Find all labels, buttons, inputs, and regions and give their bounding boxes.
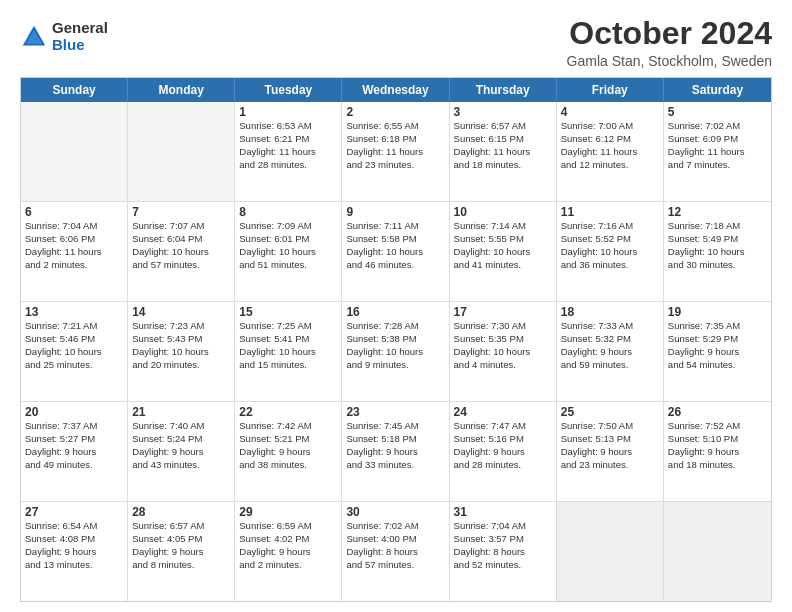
cell-info-line: and 4 minutes. <box>454 359 552 372</box>
cell-info-line: and 20 minutes. <box>132 359 230 372</box>
day-number: 6 <box>25 205 123 219</box>
title-block: October 2024 Gamla Stan, Stockholm, Swed… <box>567 16 772 69</box>
cell-info-line: Sunset: 5:27 PM <box>25 433 123 446</box>
calendar-cell: 14Sunrise: 7:23 AMSunset: 5:43 PMDayligh… <box>128 302 235 401</box>
cell-info-line: Daylight: 11 hours <box>239 146 337 159</box>
cell-info-line: Sunset: 5:41 PM <box>239 333 337 346</box>
cell-info-line: Sunset: 5:32 PM <box>561 333 659 346</box>
day-number: 19 <box>668 305 767 319</box>
header-day: Saturday <box>664 78 771 102</box>
cell-info-line: Sunset: 5:43 PM <box>132 333 230 346</box>
calendar-cell: 28Sunrise: 6:57 AMSunset: 4:05 PMDayligh… <box>128 502 235 601</box>
calendar-cell: 27Sunrise: 6:54 AMSunset: 4:08 PMDayligh… <box>21 502 128 601</box>
cell-info-line: Sunrise: 6:53 AM <box>239 120 337 133</box>
cell-info-line: Sunrise: 7:23 AM <box>132 320 230 333</box>
cell-info-line: and 54 minutes. <box>668 359 767 372</box>
cell-info-line: and 23 minutes. <box>346 159 444 172</box>
cell-info-line: Daylight: 8 hours <box>454 546 552 559</box>
cell-info-line: Daylight: 10 hours <box>25 346 123 359</box>
cell-info-line: Sunset: 5:10 PM <box>668 433 767 446</box>
day-number: 8 <box>239 205 337 219</box>
calendar-cell: 23Sunrise: 7:45 AMSunset: 5:18 PMDayligh… <box>342 402 449 501</box>
logo-blue: Blue <box>52 37 108 54</box>
calendar-cell: 20Sunrise: 7:37 AMSunset: 5:27 PMDayligh… <box>21 402 128 501</box>
cell-info-line: Sunset: 5:24 PM <box>132 433 230 446</box>
day-number: 23 <box>346 405 444 419</box>
cell-info-line: Daylight: 10 hours <box>346 346 444 359</box>
calendar-row: 27Sunrise: 6:54 AMSunset: 4:08 PMDayligh… <box>21 501 771 601</box>
cell-info-line: Sunset: 5:18 PM <box>346 433 444 446</box>
cell-info-line: and 12 minutes. <box>561 159 659 172</box>
cell-info-line: and 57 minutes. <box>346 559 444 572</box>
cell-info-line: Sunrise: 7:28 AM <box>346 320 444 333</box>
cell-info-line: Sunrise: 6:57 AM <box>132 520 230 533</box>
calendar-cell <box>557 502 664 601</box>
cell-info-line: Sunrise: 7:02 AM <box>346 520 444 533</box>
cell-info-line: and 18 minutes. <box>454 159 552 172</box>
calendar-cell: 21Sunrise: 7:40 AMSunset: 5:24 PMDayligh… <box>128 402 235 501</box>
cell-info-line: Sunset: 4:00 PM <box>346 533 444 546</box>
cell-info-line: Daylight: 11 hours <box>25 246 123 259</box>
header-day: Sunday <box>21 78 128 102</box>
calendar-cell: 11Sunrise: 7:16 AMSunset: 5:52 PMDayligh… <box>557 202 664 301</box>
day-number: 5 <box>668 105 767 119</box>
cell-info-line: and 28 minutes. <box>454 459 552 472</box>
cell-info-line: Sunrise: 7:04 AM <box>454 520 552 533</box>
cell-info-line: Sunset: 6:21 PM <box>239 133 337 146</box>
cell-info-line: Sunrise: 7:18 AM <box>668 220 767 233</box>
day-number: 13 <box>25 305 123 319</box>
day-number: 9 <box>346 205 444 219</box>
cell-info-line: Sunset: 6:18 PM <box>346 133 444 146</box>
cell-info-line: Sunrise: 7:52 AM <box>668 420 767 433</box>
cell-info-line: Daylight: 9 hours <box>239 546 337 559</box>
cell-info-line: Daylight: 9 hours <box>561 346 659 359</box>
calendar-cell: 17Sunrise: 7:30 AMSunset: 5:35 PMDayligh… <box>450 302 557 401</box>
cell-info-line: Sunset: 4:08 PM <box>25 533 123 546</box>
calendar-cell: 10Sunrise: 7:14 AMSunset: 5:55 PMDayligh… <box>450 202 557 301</box>
cell-info-line: Sunset: 5:16 PM <box>454 433 552 446</box>
cell-info-line: Sunset: 6:15 PM <box>454 133 552 146</box>
day-number: 18 <box>561 305 659 319</box>
calendar-cell <box>21 102 128 201</box>
calendar-row: 1Sunrise: 6:53 AMSunset: 6:21 PMDaylight… <box>21 102 771 201</box>
cell-info-line: and 57 minutes. <box>132 259 230 272</box>
cell-info-line: Daylight: 9 hours <box>454 446 552 459</box>
cell-info-line: Sunrise: 7:47 AM <box>454 420 552 433</box>
calendar-cell: 22Sunrise: 7:42 AMSunset: 5:21 PMDayligh… <box>235 402 342 501</box>
calendar-cell: 12Sunrise: 7:18 AMSunset: 5:49 PMDayligh… <box>664 202 771 301</box>
cell-info-line: Sunset: 6:12 PM <box>561 133 659 146</box>
cell-info-line: Sunrise: 7:40 AM <box>132 420 230 433</box>
day-number: 22 <box>239 405 337 419</box>
cell-info-line: Sunset: 5:55 PM <box>454 233 552 246</box>
day-number: 17 <box>454 305 552 319</box>
calendar-cell: 1Sunrise: 6:53 AMSunset: 6:21 PMDaylight… <box>235 102 342 201</box>
cell-info-line: Sunset: 6:06 PM <box>25 233 123 246</box>
calendar-cell <box>128 102 235 201</box>
calendar-cell: 30Sunrise: 7:02 AMSunset: 4:00 PMDayligh… <box>342 502 449 601</box>
header-day: Friday <box>557 78 664 102</box>
cell-info-line: and 36 minutes. <box>561 259 659 272</box>
cell-info-line: and 51 minutes. <box>239 259 337 272</box>
header-day: Monday <box>128 78 235 102</box>
main-title: October 2024 <box>567 16 772 51</box>
logo: General Blue <box>20 20 108 53</box>
cell-info-line: Sunset: 6:09 PM <box>668 133 767 146</box>
cell-info-line: and 2 minutes. <box>239 559 337 572</box>
cell-info-line: and 43 minutes. <box>132 459 230 472</box>
cell-info-line: Sunrise: 7:16 AM <box>561 220 659 233</box>
calendar-cell: 6Sunrise: 7:04 AMSunset: 6:06 PMDaylight… <box>21 202 128 301</box>
cell-info-line: Sunrise: 7:11 AM <box>346 220 444 233</box>
cell-info-line: Sunset: 6:01 PM <box>239 233 337 246</box>
header: General Blue October 2024 Gamla Stan, St… <box>20 16 772 69</box>
header-day: Thursday <box>450 78 557 102</box>
logo-icon <box>20 23 48 51</box>
day-number: 25 <box>561 405 659 419</box>
calendar-cell: 16Sunrise: 7:28 AMSunset: 5:38 PMDayligh… <box>342 302 449 401</box>
cell-info-line: Sunrise: 7:21 AM <box>25 320 123 333</box>
cell-info-line: and 30 minutes. <box>668 259 767 272</box>
day-number: 15 <box>239 305 337 319</box>
cell-info-line: Sunrise: 7:14 AM <box>454 220 552 233</box>
cell-info-line: and 2 minutes. <box>25 259 123 272</box>
cell-info-line: Sunrise: 7:25 AM <box>239 320 337 333</box>
cell-info-line: Sunset: 5:38 PM <box>346 333 444 346</box>
